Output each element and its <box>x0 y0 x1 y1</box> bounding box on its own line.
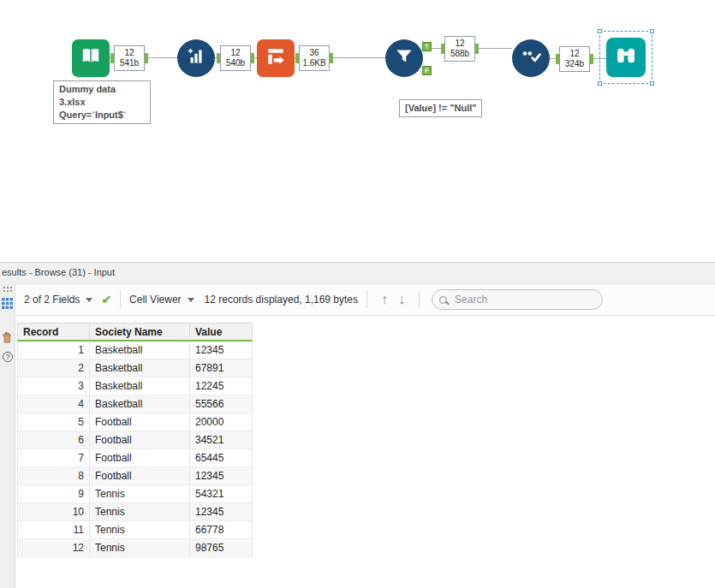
cell-record[interactable]: 4 <box>17 395 90 413</box>
cell-society[interactable]: Football <box>90 449 190 467</box>
input-data-tool[interactable] <box>72 39 110 77</box>
cell-record[interactable]: 2 <box>17 359 90 377</box>
fields-dropdown[interactable]: 2 of 2 Fields <box>24 294 92 306</box>
cell-society[interactable]: Football <box>90 467 190 485</box>
connection-wire <box>146 57 177 58</box>
table-row[interactable]: 6 Football 34521 <box>17 431 253 449</box>
search-box[interactable] <box>432 289 603 310</box>
table-row[interactable]: 7 Football 65445 <box>17 449 253 467</box>
table-row[interactable]: 3 Basketball 12245 <box>17 377 253 395</box>
binoculars-icon <box>614 44 638 71</box>
book-icon <box>80 45 102 71</box>
filter-false-port[interactable]: F <box>422 66 432 75</box>
table-row[interactable]: 2 Basketball 67891 <box>17 359 253 377</box>
cell-value[interactable]: 67891 <box>190 359 253 377</box>
cell-value[interactable]: 54321 <box>190 485 253 503</box>
help-icon[interactable]: ? <box>3 352 13 362</box>
table-row[interactable]: 10 Tennis 12345 <box>17 503 253 521</box>
unique-tool[interactable] <box>512 39 550 77</box>
annotation-line: Query=`Input$` <box>59 109 145 122</box>
cell-viewer-dropdown[interactable]: Cell Viewer <box>129 294 194 306</box>
results-title: esults - Browse (31) - Input <box>2 267 115 277</box>
filter-tool[interactable] <box>385 39 423 77</box>
workflow-canvas[interactable]: 12 541b 12 540b 36 1.6KB <box>0 0 715 262</box>
connection-size: 1.6KB <box>302 58 325 68</box>
selection-handle[interactable] <box>598 81 602 86</box>
cell-society[interactable]: Football <box>90 413 190 431</box>
cell-society[interactable]: Tennis <box>90 485 190 503</box>
cell-value[interactable]: 98765 <box>190 539 253 557</box>
cell-society[interactable]: Basketball <box>90 395 190 413</box>
cell-society[interactable]: Tennis <box>90 503 190 521</box>
cell-value[interactable]: 55566 <box>190 395 253 413</box>
connection-record-count: 36 <box>309 48 319 58</box>
results-left-rail: ? <box>0 283 15 588</box>
cell-value[interactable]: 34521 <box>190 431 253 449</box>
table-row[interactable]: 9 Tennis 54321 <box>17 485 253 503</box>
cell-value[interactable]: 66778 <box>190 521 253 539</box>
filter-true-port[interactable]: T <box>422 42 432 51</box>
annotation-line: 3.xlsx <box>59 96 145 109</box>
search-input[interactable] <box>453 293 590 306</box>
search-icon <box>439 296 447 304</box>
cell-record[interactable]: 5 <box>17 413 90 431</box>
connection-progress-label[interactable]: 12 541b <box>114 45 145 71</box>
down-arrow-button[interactable]: ↓ <box>398 292 405 307</box>
connection-progress-label[interactable]: 36 1.6KB <box>299 45 330 71</box>
up-arrow-button[interactable]: ↑ <box>381 292 388 307</box>
table-row[interactable]: 1 Basketball 12345 <box>17 342 253 359</box>
cell-record[interactable]: 9 <box>17 485 90 503</box>
cell-value[interactable]: 20000 <box>190 413 253 431</box>
cell-record[interactable]: 1 <box>17 342 90 359</box>
cell-record[interactable]: 12 <box>17 539 90 557</box>
results-toolbar: 2 of 2 Fields ✔ Cell Viewer 12 records d… <box>15 283 715 316</box>
drag-handle-icon[interactable] <box>3 287 14 293</box>
cell-society[interactable]: Tennis <box>90 539 190 557</box>
formula-tool[interactable] <box>177 39 215 77</box>
cell-record[interactable]: 7 <box>17 449 90 467</box>
cell-record[interactable]: 3 <box>17 377 90 395</box>
results-header: esults - Browse (31) - Input <box>0 263 715 283</box>
results-grid-icon[interactable] <box>2 297 13 312</box>
cell-value[interactable]: 12345 <box>190 467 253 485</box>
connection-record-count: 12 <box>569 49 579 59</box>
column-header-value[interactable]: Value <box>190 323 253 342</box>
connection-progress-label[interactable]: 12 588b <box>444 36 475 62</box>
column-header-society[interactable]: Society Name <box>90 323 190 342</box>
cell-society[interactable]: Football <box>90 431 190 449</box>
connection-size: 588b <box>450 49 469 59</box>
funnel-icon <box>393 45 415 71</box>
connection-progress-label[interactable]: 12 540b <box>220 45 251 71</box>
fields-dropdown-label: 2 of 2 Fields <box>24 294 80 306</box>
cell-society[interactable]: Basketball <box>90 377 190 395</box>
connection-record-count: 12 <box>455 39 464 49</box>
filter-annotation[interactable]: [Value] != "Null" <box>399 99 482 117</box>
cell-value[interactable]: 12345 <box>190 342 253 359</box>
toolbar-separator <box>120 291 121 308</box>
cell-record[interactable]: 11 <box>17 521 90 539</box>
cell-record[interactable]: 6 <box>17 431 90 449</box>
cell-value[interactable]: 65445 <box>190 449 253 467</box>
cell-record[interactable]: 10 <box>17 503 90 521</box>
cell-value[interactable]: 12245 <box>190 377 253 395</box>
column-header-record[interactable]: Record <box>17 323 90 342</box>
selection-handle[interactable] <box>598 29 602 33</box>
browse-tool[interactable] <box>606 38 646 77</box>
table-row[interactable]: 8 Football 12345 <box>17 467 253 485</box>
cell-society[interactable]: Basketball <box>90 359 190 377</box>
cell-record[interactable]: 8 <box>17 467 90 485</box>
apply-check-icon[interactable]: ✔ <box>101 293 111 306</box>
pan-hand-icon[interactable] <box>2 331 13 347</box>
cell-society[interactable]: Tennis <box>90 521 190 539</box>
transpose-tool[interactable] <box>257 39 295 77</box>
table-row[interactable]: 5 Football 20000 <box>17 413 253 431</box>
table-row[interactable]: 11 Tennis 66778 <box>17 521 253 539</box>
table-row[interactable]: 12 Tennis 98765 <box>17 539 253 557</box>
table-row[interactable]: 4 Basketball 55566 <box>17 395 253 413</box>
selection-handle[interactable] <box>650 81 654 86</box>
connection-progress-label[interactable]: 12 324b <box>559 46 590 72</box>
cell-value[interactable]: 12345 <box>190 503 253 521</box>
selection-handle[interactable] <box>650 29 654 33</box>
input-annotation[interactable]: Dummy data 3.xlsx Query=`Input$` <box>53 80 151 124</box>
cell-society[interactable]: Basketball <box>90 342 190 359</box>
